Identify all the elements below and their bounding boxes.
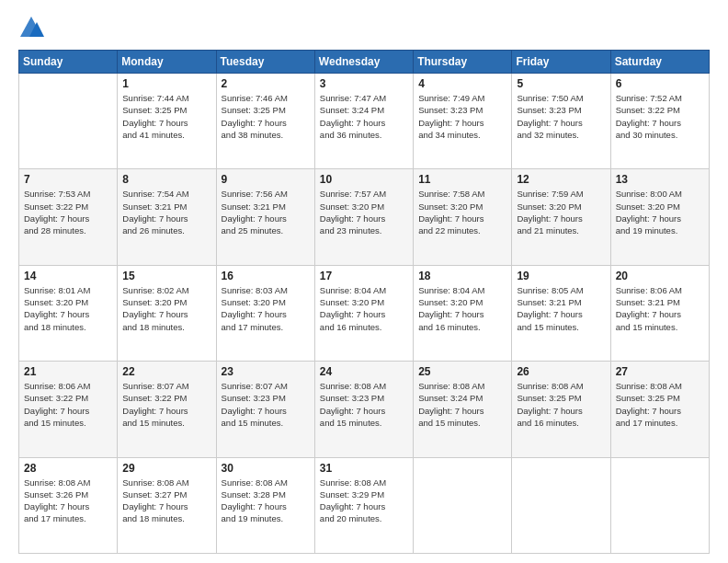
day-number: 7 [24, 173, 112, 186]
day-info: Sunrise: 8:04 AMSunset: 3:20 PMDaylight:… [320, 284, 408, 333]
day-number: 31 [320, 462, 408, 475]
day-info: Sunrise: 8:06 AMSunset: 3:21 PMDaylight:… [616, 284, 704, 333]
day-number: 17 [320, 270, 408, 282]
calendar-cell: 9Sunrise: 7:56 AMSunset: 3:21 PMDaylight… [216, 169, 314, 265]
calendar-week-5: 28Sunrise: 8:08 AMSunset: 3:26 PMDayligh… [19, 457, 710, 553]
day-number: 20 [616, 270, 704, 282]
day-info: Sunrise: 8:08 AMSunset: 3:28 PMDaylight:… [222, 477, 310, 525]
header [18, 15, 710, 40]
calendar-cell: 2Sunrise: 7:46 AMSunset: 3:25 PMDaylight… [216, 74, 314, 169]
day-info: Sunrise: 8:04 AMSunset: 3:20 PMDaylight:… [418, 284, 506, 333]
calendar-cell: 17Sunrise: 8:04 AMSunset: 3:20 PMDayligh… [314, 265, 413, 361]
day-number: 12 [517, 173, 605, 186]
day-number: 11 [418, 173, 506, 186]
day-number: 27 [616, 365, 704, 378]
day-info: Sunrise: 7:46 AMSunset: 3:25 PMDaylight:… [222, 92, 310, 141]
day-info: Sunrise: 8:08 AMSunset: 3:25 PMDaylight:… [616, 380, 704, 429]
weekday-header-row: SundayMondayTuesdayWednesdayThursdayFrid… [19, 51, 710, 74]
day-info: Sunrise: 8:03 AMSunset: 3:20 PMDaylight:… [222, 284, 310, 333]
day-number: 29 [122, 462, 210, 475]
calendar-cell [610, 457, 709, 553]
calendar-cell: 28Sunrise: 8:08 AMSunset: 3:26 PMDayligh… [19, 457, 118, 553]
day-info: Sunrise: 7:47 AMSunset: 3:24 PMDaylight:… [320, 92, 408, 141]
day-info: Sunrise: 8:05 AMSunset: 3:21 PMDaylight:… [517, 284, 605, 333]
day-info: Sunrise: 7:58 AMSunset: 3:20 PMDaylight:… [418, 188, 506, 236]
day-info: Sunrise: 8:00 AMSunset: 3:20 PMDaylight:… [616, 188, 704, 236]
day-info: Sunrise: 8:01 AMSunset: 3:20 PMDaylight:… [24, 284, 112, 333]
day-number: 13 [616, 173, 704, 186]
day-info: Sunrise: 8:02 AMSunset: 3:20 PMDaylight:… [122, 284, 210, 333]
day-number: 4 [418, 77, 506, 90]
day-number: 24 [320, 365, 408, 378]
logo [18, 15, 48, 40]
day-number: 10 [320, 173, 408, 186]
day-number: 22 [122, 365, 210, 378]
weekday-header-thursday: Thursday [414, 51, 512, 74]
calendar-cell: 15Sunrise: 8:02 AMSunset: 3:20 PMDayligh… [118, 265, 216, 361]
day-info: Sunrise: 8:06 AMSunset: 3:22 PMDaylight:… [24, 380, 112, 429]
day-number: 23 [222, 365, 310, 378]
weekday-header-wednesday: Wednesday [314, 51, 413, 74]
calendar-cell: 30Sunrise: 8:08 AMSunset: 3:28 PMDayligh… [216, 457, 314, 553]
day-number: 14 [24, 270, 112, 282]
calendar-cell: 19Sunrise: 8:05 AMSunset: 3:21 PMDayligh… [512, 265, 610, 361]
calendar-cell: 21Sunrise: 8:06 AMSunset: 3:22 PMDayligh… [19, 362, 118, 457]
day-info: Sunrise: 7:49 AMSunset: 3:23 PMDaylight:… [418, 92, 506, 141]
day-info: Sunrise: 8:08 AMSunset: 3:24 PMDaylight:… [418, 380, 506, 429]
weekday-header-tuesday: Tuesday [216, 51, 314, 74]
day-info: Sunrise: 8:08 AMSunset: 3:26 PMDaylight:… [24, 477, 112, 525]
calendar-cell: 13Sunrise: 8:00 AMSunset: 3:20 PMDayligh… [610, 169, 709, 265]
calendar-cell: 27Sunrise: 8:08 AMSunset: 3:25 PMDayligh… [610, 362, 709, 457]
calendar-cell: 16Sunrise: 8:03 AMSunset: 3:20 PMDayligh… [216, 265, 314, 361]
day-number: 2 [222, 77, 310, 90]
day-number: 6 [616, 77, 704, 90]
calendar-cell: 8Sunrise: 7:54 AMSunset: 3:21 PMDaylight… [118, 169, 216, 265]
logo-icon [18, 15, 44, 40]
weekday-header-sunday: Sunday [19, 51, 118, 74]
day-number: 25 [418, 365, 506, 378]
calendar-week-4: 21Sunrise: 8:06 AMSunset: 3:22 PMDayligh… [19, 362, 710, 457]
calendar-cell: 7Sunrise: 7:53 AMSunset: 3:22 PMDaylight… [19, 169, 118, 265]
calendar-cell: 6Sunrise: 7:52 AMSunset: 3:22 PMDaylight… [610, 74, 709, 169]
calendar-cell: 11Sunrise: 7:58 AMSunset: 3:20 PMDayligh… [414, 169, 512, 265]
calendar-cell: 31Sunrise: 8:08 AMSunset: 3:29 PMDayligh… [314, 457, 413, 553]
calendar-cell [512, 457, 610, 553]
calendar-cell: 25Sunrise: 8:08 AMSunset: 3:24 PMDayligh… [414, 362, 512, 457]
day-number: 16 [222, 270, 310, 282]
page: SundayMondayTuesdayWednesdayThursdayFrid… [0, 0, 728, 563]
calendar-cell [19, 74, 118, 169]
day-number: 21 [24, 365, 112, 378]
calendar-cell: 12Sunrise: 7:59 AMSunset: 3:20 PMDayligh… [512, 169, 610, 265]
day-info: Sunrise: 8:08 AMSunset: 3:25 PMDaylight:… [517, 380, 605, 429]
day-number: 3 [320, 77, 408, 90]
calendar-cell: 14Sunrise: 8:01 AMSunset: 3:20 PMDayligh… [19, 265, 118, 361]
calendar-table: SundayMondayTuesdayWednesdayThursdayFrid… [18, 50, 710, 554]
day-info: Sunrise: 7:59 AMSunset: 3:20 PMDaylight:… [517, 188, 605, 236]
day-info: Sunrise: 7:44 AMSunset: 3:25 PMDaylight:… [122, 92, 210, 141]
day-number: 19 [517, 270, 605, 282]
weekday-header-saturday: Saturday [610, 51, 709, 74]
day-number: 30 [222, 462, 310, 475]
calendar-cell [414, 457, 512, 553]
day-number: 18 [418, 270, 506, 282]
day-info: Sunrise: 8:07 AMSunset: 3:23 PMDaylight:… [222, 380, 310, 429]
day-info: Sunrise: 7:50 AMSunset: 3:23 PMDaylight:… [517, 92, 605, 141]
calendar-cell: 22Sunrise: 8:07 AMSunset: 3:22 PMDayligh… [118, 362, 216, 457]
calendar-week-3: 14Sunrise: 8:01 AMSunset: 3:20 PMDayligh… [19, 265, 710, 361]
weekday-header-friday: Friday [512, 51, 610, 74]
day-info: Sunrise: 8:08 AMSunset: 3:27 PMDaylight:… [122, 477, 210, 525]
day-info: Sunrise: 8:07 AMSunset: 3:22 PMDaylight:… [122, 380, 210, 429]
calendar-week-2: 7Sunrise: 7:53 AMSunset: 3:22 PMDaylight… [19, 169, 710, 265]
calendar-cell: 10Sunrise: 7:57 AMSunset: 3:20 PMDayligh… [314, 169, 413, 265]
calendar-cell: 23Sunrise: 8:07 AMSunset: 3:23 PMDayligh… [216, 362, 314, 457]
day-number: 15 [122, 270, 210, 282]
calendar-cell: 18Sunrise: 8:04 AMSunset: 3:20 PMDayligh… [414, 265, 512, 361]
calendar-cell: 4Sunrise: 7:49 AMSunset: 3:23 PMDaylight… [414, 74, 512, 169]
day-number: 5 [517, 77, 605, 90]
day-info: Sunrise: 7:57 AMSunset: 3:20 PMDaylight:… [320, 188, 408, 236]
day-number: 9 [222, 173, 310, 186]
calendar-cell: 20Sunrise: 8:06 AMSunset: 3:21 PMDayligh… [610, 265, 709, 361]
day-info: Sunrise: 8:08 AMSunset: 3:29 PMDaylight:… [320, 477, 408, 525]
day-number: 8 [122, 173, 210, 186]
day-info: Sunrise: 7:54 AMSunset: 3:21 PMDaylight:… [122, 188, 210, 236]
